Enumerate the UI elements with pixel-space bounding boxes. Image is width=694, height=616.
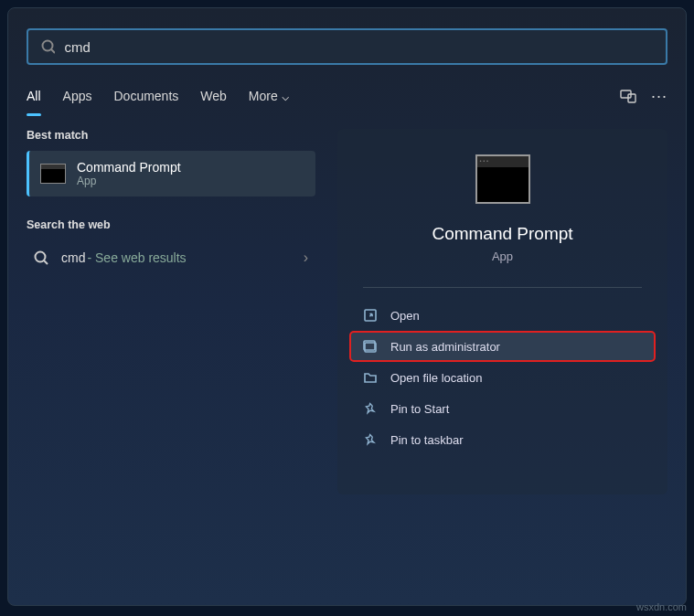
best-match-result[interactable]: Command Prompt App (27, 151, 315, 196)
command-prompt-icon: • • • (475, 154, 530, 204)
best-match-title: Command Prompt (77, 160, 181, 175)
tab-documents[interactable]: Documents (113, 81, 178, 111)
watermark: wsxdn.com (636, 601, 687, 612)
open-icon (363, 308, 378, 323)
best-match-label: Best match (27, 129, 315, 142)
search-icon (34, 250, 48, 265)
tab-apps[interactable]: Apps (63, 81, 92, 111)
action-label: Pin to Start (390, 402, 449, 416)
svg-line-5 (44, 260, 48, 264)
action-run-as-administrator[interactable]: Run as administrator (350, 332, 655, 361)
action-label: Open (390, 309, 420, 323)
admin-icon (363, 339, 378, 354)
chevron-right-icon: › (304, 250, 308, 266)
action-label: Run as administrator (390, 340, 500, 354)
action-pin-to-start[interactable]: Pin to Start (350, 394, 655, 423)
action-label: Open file location (390, 371, 482, 385)
web-search-result[interactable]: cmd - See web results › (27, 240, 315, 275)
preview-title: Command Prompt (337, 224, 667, 244)
svg-point-0 (43, 41, 53, 51)
pin-icon (363, 401, 378, 416)
preview-subtitle: App (337, 250, 667, 263)
search-bar[interactable] (27, 28, 667, 65)
divider (363, 287, 642, 288)
action-open[interactable]: Open (350, 301, 655, 330)
more-options-button[interactable]: ··· (651, 87, 667, 106)
tab-web[interactable]: Web (200, 81, 227, 111)
action-open-file-location[interactable]: Open file location (350, 363, 655, 392)
preview-panel: • • • Command Prompt App Open Run as adm… (337, 129, 667, 494)
filter-tabs: All Apps Documents Web More⌵ ··· (27, 81, 667, 111)
tab-all[interactable]: All (27, 81, 41, 111)
start-search-window: All Apps Documents Web More⌵ ··· Best ma… (7, 7, 687, 606)
tab-more[interactable]: More⌵ (249, 81, 289, 111)
pin-icon (363, 432, 378, 447)
action-list: Open Run as administrator Open file loca… (337, 295, 667, 460)
web-suffix: - See web results (87, 250, 186, 265)
search-input[interactable] (64, 39, 653, 55)
chevron-down-icon: ⌵ (282, 89, 289, 103)
more-icon: ··· (651, 87, 667, 106)
web-query: cmd (61, 250, 85, 265)
command-prompt-icon (40, 164, 66, 184)
content-area: Best match Command Prompt App Search the… (8, 129, 686, 494)
action-pin-to-taskbar[interactable]: Pin to taskbar (350, 425, 655, 454)
best-match-subtitle: App (77, 175, 181, 187)
device-search-button[interactable] (620, 88, 636, 104)
results-column: Best match Command Prompt App Search the… (27, 129, 315, 494)
svg-line-1 (51, 49, 55, 53)
svg-point-4 (36, 252, 46, 262)
action-label: Pin to taskbar (390, 433, 464, 447)
search-icon (41, 39, 55, 54)
devices-icon (620, 88, 636, 104)
search-web-label: Search the web (27, 218, 315, 231)
folder-icon (363, 370, 378, 385)
